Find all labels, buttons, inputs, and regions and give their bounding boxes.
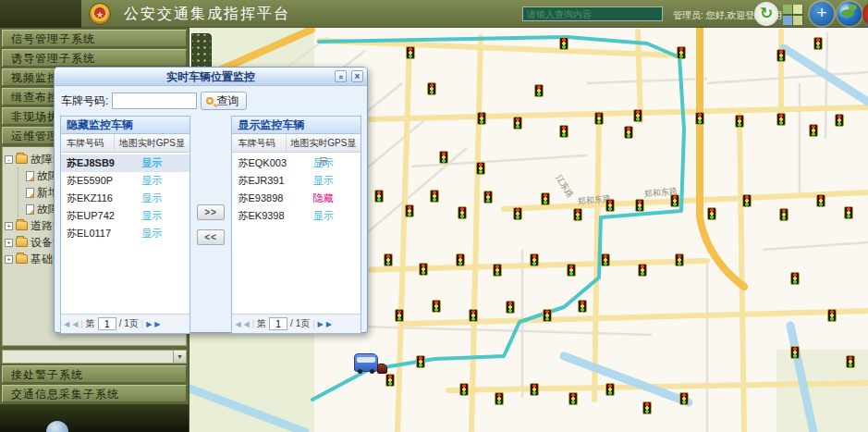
traffic-light-icon[interactable] (439, 151, 448, 164)
traffic-light-icon[interactable] (707, 207, 716, 220)
traffic-light-icon[interactable] (469, 309, 478, 322)
pager-last-icon[interactable]: ▶ (326, 320, 332, 328)
pager-prev-icon[interactable]: ◀ (244, 320, 250, 328)
plate-input[interactable] (112, 93, 197, 109)
gps-toggle-link[interactable]: 显示 (287, 207, 361, 225)
gps-toggle-link[interactable]: 隐藏 (287, 190, 361, 207)
traffic-light-icon[interactable] (559, 37, 568, 50)
traffic-light-icon[interactable] (530, 253, 539, 266)
pager-first-icon[interactable]: ◀ (235, 320, 240, 328)
traffic-light-icon[interactable] (416, 355, 425, 368)
sidebar-item[interactable]: 接处警子系统 (2, 365, 187, 383)
table-row[interactable]: 苏E93898隐藏 (232, 190, 361, 207)
traffic-light-icon[interactable] (384, 253, 393, 266)
traffic-light-icon[interactable] (513, 207, 522, 220)
traffic-light-icon[interactable] (530, 383, 539, 396)
pager-first-icon[interactable]: ◀ (64, 320, 69, 328)
traffic-light-icon[interactable] (601, 253, 610, 266)
pager-next-icon[interactable]: ▶ (146, 320, 152, 328)
close-icon[interactable]: × (351, 70, 363, 82)
zoom-in-icon[interactable]: + (810, 2, 834, 26)
traffic-light-icon[interactable] (495, 392, 504, 405)
traffic-light-icon[interactable] (624, 126, 633, 139)
dialog-titlebar[interactable]: 实时车辆位置监控 « × (55, 68, 367, 86)
traffic-light-icon[interactable] (735, 115, 744, 128)
traffic-light-icon[interactable] (483, 191, 493, 204)
traffic-light-icon[interactable] (844, 206, 853, 219)
traffic-light-icon[interactable] (776, 49, 786, 62)
traffic-light-icon[interactable] (813, 37, 823, 50)
traffic-light-icon[interactable] (459, 383, 469, 396)
traffic-light-icon[interactable] (456, 253, 465, 266)
traffic-light-icon[interactable] (559, 125, 568, 138)
gps-toggle-link[interactable]: 显示 (115, 154, 189, 172)
traffic-light-icon[interactable] (405, 204, 414, 217)
traffic-light-icon[interactable] (638, 264, 647, 277)
move-right-button[interactable]: >> (197, 204, 225, 220)
traffic-light-icon[interactable] (374, 190, 384, 203)
traffic-light-icon[interactable] (742, 194, 752, 207)
traffic-light-icon[interactable] (541, 192, 550, 205)
table-row[interactable]: 苏EQK003显示 (232, 154, 361, 172)
table-row[interactable]: 苏EK9398显示 (232, 207, 361, 225)
traffic-light-icon[interactable] (493, 264, 502, 277)
traffic-light-icon[interactable] (385, 374, 395, 387)
gps-toggle-link[interactable]: 显示 (115, 207, 189, 225)
gps-toggle-link[interactable]: 显示 (287, 154, 361, 172)
tree-toggle-icon[interactable]: - (5, 155, 13, 164)
traffic-light-icon[interactable] (679, 392, 689, 405)
pager-next-icon[interactable]: ▶ (318, 320, 324, 328)
traffic-light-icon[interactable] (605, 383, 615, 396)
traffic-light-icon[interactable] (427, 82, 436, 95)
traffic-light-icon[interactable] (568, 392, 578, 405)
traffic-light-icon[interactable] (790, 272, 800, 285)
traffic-light-icon[interactable] (477, 112, 486, 125)
sidebar-item[interactable]: 诱导管理子系统 (2, 49, 187, 67)
traffic-light-icon[interactable] (430, 190, 439, 203)
traffic-light-icon[interactable] (677, 46, 686, 59)
traffic-light-icon[interactable] (835, 114, 844, 127)
traffic-light-icon[interactable] (543, 309, 552, 322)
traffic-light-icon[interactable] (790, 346, 800, 359)
traffic-light-icon[interactable] (476, 162, 485, 175)
traffic-light-icon[interactable] (776, 113, 786, 126)
tree-toggle-icon[interactable]: + (5, 255, 13, 264)
traffic-light-icon[interactable] (816, 194, 825, 207)
traffic-light-icon[interactable] (594, 112, 604, 125)
globe-icon[interactable] (837, 2, 862, 26)
gps-toggle-link[interactable]: 显示 (115, 190, 189, 207)
header-search-input[interactable] (522, 6, 663, 21)
traffic-light-icon[interactable] (506, 301, 515, 314)
table-row[interactable]: 苏EKZ116显示 (61, 190, 189, 207)
traffic-light-icon[interactable] (846, 355, 855, 368)
table-row[interactable]: 苏EL0117显示 (61, 225, 189, 242)
traffic-light-icon[interactable] (513, 117, 522, 130)
traffic-light-icon[interactable] (432, 300, 441, 313)
traffic-light-icon[interactable] (635, 199, 644, 212)
gps-toggle-link[interactable]: 显示 (115, 172, 189, 190)
scooter-icon[interactable] (377, 364, 387, 374)
gps-toggle-link[interactable]: 显示 (287, 172, 361, 190)
sidebar-item[interactable]: 信号管理子系统 (2, 30, 187, 47)
sidebar-scrollbar[interactable]: ▼ (2, 350, 187, 364)
traffic-light-icon[interactable] (675, 253, 684, 266)
traffic-light-icon[interactable] (458, 206, 467, 219)
traffic-light-icon[interactable] (567, 264, 576, 277)
traffic-light-icon[interactable] (809, 124, 818, 137)
traffic-light-icon[interactable] (827, 309, 837, 322)
chevron-down-icon[interactable]: ▼ (173, 351, 186, 363)
table-row[interactable]: 苏E5590P显示 (61, 172, 189, 190)
traffic-light-icon[interactable] (406, 46, 415, 59)
traffic-light-icon[interactable] (534, 84, 544, 97)
gps-toggle-link[interactable]: 显示 (115, 225, 189, 242)
page-input[interactable] (98, 317, 116, 330)
move-left-button[interactable]: << (197, 229, 225, 245)
table-row[interactable]: 苏EJR391显示 (232, 172, 361, 190)
sidebar-item[interactable]: 交通信息采集子系统 (2, 385, 187, 402)
tree-toggle-icon[interactable]: + (5, 239, 13, 247)
traffic-light-icon[interactable] (695, 112, 704, 125)
query-button[interactable]: 查询 (201, 92, 247, 110)
traffic-light-icon[interactable] (779, 208, 789, 221)
traffic-light-icon[interactable] (633, 109, 642, 122)
traffic-light-icon[interactable] (605, 199, 615, 212)
